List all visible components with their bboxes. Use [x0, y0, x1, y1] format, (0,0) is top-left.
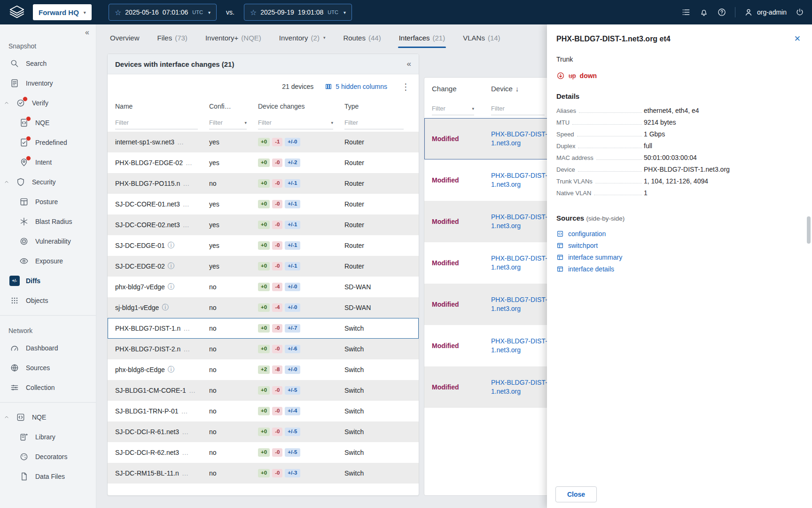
column-header-name[interactable]: Name — [115, 103, 209, 110]
more-options-button[interactable]: ⋮ — [398, 81, 413, 92]
device-table-row[interactable]: phx-bldg8-cEdgeⓘno+2-8+/-0Switch — [108, 359, 419, 380]
sidebar-item-label: Data Files — [35, 473, 65, 480]
sidebar-item-intent[interactable]: Intent — [0, 152, 96, 172]
source-link-interface-summary[interactable]: interface summary — [556, 251, 803, 263]
device-type-cell: Router — [344, 200, 415, 208]
device-table-row[interactable]: sj-bldg1-vEdgeⓘno+0-4+/-0SD-WAN — [108, 297, 419, 318]
sidebar-item-objects[interactable]: Objects — [0, 291, 96, 310]
info-icon[interactable]: ⓘ — [168, 365, 174, 374]
device-table-row[interactable]: SJ-DC-RM15-BL-11.n…no+0-0+/-3Switch — [108, 463, 419, 484]
column-header-confi[interactable]: Confi… — [209, 103, 258, 110]
device-table-row[interactable]: SJ-DC-CORE-02.net3…yes+0-0+/-1Router — [108, 214, 419, 235]
truncated-indicator: … — [183, 345, 190, 353]
device-table-row[interactable]: SJ-DC-CORE-01.net3…yes+0-0+/-1Router — [108, 194, 419, 214]
help-icon[interactable] — [717, 8, 726, 17]
source-link-switchport[interactable]: switchport — [556, 239, 803, 251]
device-table-row[interactable]: PHX-BLDG7-EDGE-02…yes+0-0+/-2Router — [108, 152, 419, 173]
sidebar-item-dashboard[interactable]: Dashboard — [0, 338, 96, 358]
hidden-columns-button[interactable]: 5 hidden columns — [325, 83, 387, 90]
filter-input-device[interactable] — [491, 103, 545, 115]
sidebar-item-search[interactable]: Search — [0, 54, 96, 73]
tab-label: Routes — [343, 34, 366, 42]
dotted-leader — [579, 112, 642, 113]
device-table-row[interactable]: phx-bldg7-vEdgeⓘno+0-4+/-0SD-WAN — [108, 277, 419, 297]
sidebar-item-decorators[interactable]: Decorators — [0, 447, 96, 467]
tab-interfaces[interactable]: Interfaces(21) — [399, 24, 445, 51]
devices-table-header: NameConfi…Device changesType — [108, 99, 419, 114]
tab-routes[interactable]: Routes(44) — [343, 24, 381, 51]
close-icon[interactable]: ✕ — [794, 35, 801, 43]
tab-overview[interactable]: Overview — [110, 24, 140, 51]
info-icon[interactable]: ⓘ — [162, 303, 168, 312]
notifications-bell-icon[interactable] — [699, 8, 709, 17]
close-button[interactable]: Close — [555, 486, 597, 502]
sidebar-item-sources[interactable]: Sources — [0, 358, 96, 378]
device-table-row[interactable]: internet-sp1-sw.net3…yes+0-1+/-0Router — [108, 132, 419, 152]
sidebar-item-data-files[interactable]: Data Files — [0, 467, 96, 486]
network-selector-label: Forward HQ — [39, 8, 79, 16]
sidebar-item-blast-radius[interactable]: Blast Radius — [0, 212, 96, 231]
tab-inventory[interactable]: Inventory(2)▾ — [279, 24, 326, 51]
filter-select-device-changes[interactable]: Filter▾ — [258, 117, 333, 129]
device-table-row[interactable]: SJ-BLDG1-CM-CORE-1…no+0-0+/-5Switch — [108, 380, 419, 401]
user-menu[interactable]: org-admin — [744, 8, 787, 17]
tab-files[interactable]: Files(73) — [157, 24, 187, 51]
device-table-row[interactable]: SJ-DC-EDGE-01ⓘyes+0-0+/-1Router — [108, 235, 419, 256]
info-icon[interactable]: ⓘ — [168, 262, 174, 270]
sort-descending-icon[interactable]: ↓ — [515, 85, 519, 93]
scrollbar-thumb[interactable] — [807, 216, 811, 244]
filter-select-confi[interactable]: Filter▾ — [209, 117, 247, 129]
sidebar-item-vulnerability[interactable]: Vulnerability — [0, 231, 96, 251]
column-header-change[interactable]: Change — [432, 85, 491, 93]
sidebar-item-diffs[interactable]: +/-Diffs — [0, 271, 96, 291]
column-header-device-changes[interactable]: Device changes — [258, 103, 344, 110]
device-table-row[interactable]: SJ-DC-DCI-R-61.net3…no+0-0+/-5Switch — [108, 421, 419, 442]
change-count-changed-badge: +/-0 — [285, 138, 300, 146]
snapshot-list-icon[interactable] — [681, 8, 691, 17]
network-selector-button[interactable]: Forward HQ ▾ — [33, 4, 92, 20]
sidebar-item-verify[interactable]: Verify — [0, 93, 96, 113]
device-table-row[interactable]: SJ-DC-EDGE-02ⓘyes+0-0+/-1Router — [108, 256, 419, 277]
power-logout-icon[interactable] — [795, 8, 804, 17]
snapshot-before-button[interactable]: ☆ 2025-05-16 07:01:06 UTC ▾ — [109, 4, 217, 21]
sidebar-item-label: Exposure — [35, 257, 63, 265]
device-name-cell: PHX-BLDG7-EDGE-02… — [115, 159, 209, 167]
filter-input[interactable] — [344, 119, 404, 126]
device-changes-cell: +0-0+/-7 — [258, 324, 344, 333]
device-name: PHX-BLDG7-DIST-1.n — [115, 325, 180, 332]
source-link-configuration[interactable]: configuration — [556, 228, 803, 239]
devices-count: 21 devices — [282, 83, 313, 90]
device-table-row[interactable]: PHX-BLDG7-DIST-2.n…no+0-0+/-6Switch — [108, 339, 419, 359]
sidebar-collapse-button[interactable]: « — [85, 28, 89, 37]
filter-input-type[interactable] — [344, 117, 404, 129]
filter-select-change[interactable]: Filter▾ — [432, 103, 474, 115]
snapshot-after-button[interactable]: ☆ 2025-09-19 19:01:08 UTC ▾ — [244, 4, 352, 21]
sidebar-item-predefined[interactable]: Predefined — [0, 133, 96, 152]
filter-input-name[interactable] — [115, 117, 198, 129]
device-table-row[interactable]: SJ-DC-DCI-R-62.net3…no+0-0+/-5Switch — [108, 442, 419, 463]
chevron-down-icon: ▾ — [331, 120, 333, 125]
filter-value: Filter — [209, 119, 223, 126]
info-icon[interactable]: ⓘ — [168, 241, 174, 250]
source-link-interface-details[interactable]: interface details — [556, 263, 803, 275]
change-count-removed-badge: -1 — [272, 138, 282, 146]
filter-input[interactable] — [491, 105, 545, 112]
sidebar-item-collection[interactable]: Collection — [0, 378, 96, 397]
sidebar-item-nqe[interactable]: NQE — [0, 407, 96, 427]
sidebar-item-security[interactable]: Security — [0, 172, 96, 192]
device-table-row[interactable]: PHX-BLDG7-PO115.n…no+0-0+/-1Router — [108, 173, 419, 194]
tab-inventory+[interactable]: Inventory+(NQE) — [205, 24, 261, 51]
tab-vlans[interactable]: VLANs(14) — [463, 24, 500, 51]
device-table-row[interactable]: PHX-BLDG7-DIST-1.n…no+0-0+/-7Switch — [108, 318, 419, 339]
sidebar-item-exposure[interactable]: Exposure — [0, 251, 96, 271]
sidebar-item-library[interactable]: Library — [0, 427, 96, 447]
sidebar-item-inventory[interactable]: Inventory — [0, 73, 96, 93]
column-header-type[interactable]: Type — [344, 103, 415, 110]
filter-input[interactable] — [115, 119, 198, 126]
sidebar-item-nqe[interactable]: NQE — [0, 113, 96, 133]
change-count-changed-badge: +/-1 — [285, 262, 300, 270]
collapse-panel-button[interactable]: « — [407, 59, 411, 69]
info-icon[interactable]: ⓘ — [168, 283, 174, 291]
device-table-row[interactable]: SJ-BLDG1-TRN-P-01…no+0-0+/-4Switch — [108, 401, 419, 421]
sidebar-item-posture[interactable]: Posture — [0, 192, 96, 212]
